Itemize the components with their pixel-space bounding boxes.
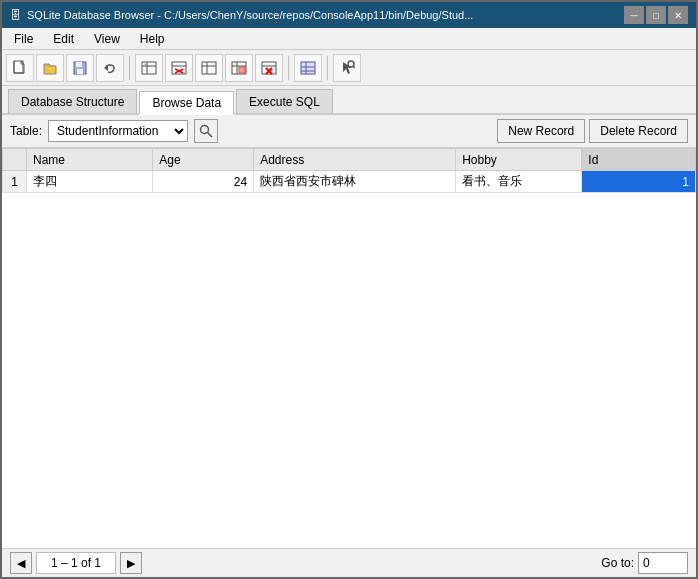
toolbar-separator-2 [288,56,289,80]
goto-label: Go to: [601,556,634,570]
prev-page-button[interactable]: ◀ [10,552,32,574]
status-bar: ◀ 1 – 1 of 1 ▶ Go to: [2,548,696,577]
tab-execute-sql[interactable]: Execute SQL [236,89,333,113]
goto-input[interactable] [638,552,688,574]
app-icon: 🗄 [10,9,21,21]
svg-point-33 [201,126,209,134]
col-header-address[interactable]: Address [254,149,456,171]
tabs-bar: Database Structure Browse Data Execute S… [2,86,696,115]
delete-record-button[interactable]: Delete Record [589,119,688,143]
toolbar-separator-3 [327,56,328,80]
col-header-rownum [3,149,27,171]
cell-name[interactable]: 李四 [27,171,153,193]
data-grid-container: Name Age Address Hobby Id 1 李四 24 陕西省西安市… [2,148,696,548]
create-table-button[interactable]: + [135,54,163,82]
svg-rect-21 [239,67,245,73]
table-icon2-button[interactable] [195,54,223,82]
toolbar-separator-1 [129,56,130,80]
tab-browse-data[interactable]: Browse Data [139,91,234,115]
new-record-button[interactable]: New Record [497,119,585,143]
new-file-button[interactable] [6,54,34,82]
col-header-name[interactable]: Name [27,149,153,171]
toolbar: + [2,50,696,86]
menu-file[interactable]: File [6,30,41,48]
col-header-id[interactable]: Id [582,149,696,171]
table-row[interactable]: 1 李四 24 陕西省西安市碑林 看书、音乐 1 [3,171,696,193]
open-file-button[interactable] [36,54,64,82]
pointer-button[interactable] [333,54,361,82]
title-bar-controls: ─ □ ✕ [624,6,688,24]
col-header-hobby[interactable]: Hobby [456,149,582,171]
title-bar-left: 🗄 SQLite Database Browser - C:/Users/Che… [10,9,473,21]
close-button[interactable]: ✕ [668,6,688,24]
cell-age[interactable]: 24 [153,171,254,193]
menu-view[interactable]: View [86,30,128,48]
main-content: Name Age Address Hobby Id 1 李四 24 陕西省西安市… [2,148,696,548]
next-page-button[interactable]: ▶ [120,552,142,574]
search-button[interactable] [194,119,218,143]
svg-rect-15 [202,62,216,74]
cell-address[interactable]: 陕西省西安市碑林 [254,171,456,193]
delete-table-button[interactable] [165,54,193,82]
minimize-button[interactable]: ─ [624,6,644,24]
table-select[interactable]: StudentInformation [48,120,188,142]
table-label: Table: [10,124,42,138]
svg-rect-26 [301,62,315,74]
table-view-button[interactable] [294,54,322,82]
app-window: 🗄 SQLite Database Browser - C:/Users/Che… [2,2,696,577]
menu-help[interactable]: Help [132,30,173,48]
undo-button[interactable] [96,54,124,82]
pagination-info: 1 – 1 of 1 [36,552,116,574]
delete-row-button[interactable] [255,54,283,82]
svg-rect-11 [172,62,186,74]
row-number: 1 [3,171,27,193]
cell-id[interactable]: 1 [582,171,696,193]
svg-line-34 [208,133,213,138]
table-bar: Table: StudentInformation New Record Del… [2,115,696,148]
cell-hobby[interactable]: 看书、音乐 [456,171,582,193]
table-header-row: Name Age Address Hobby Id [3,149,696,171]
col-header-age[interactable]: Age [153,149,254,171]
svg-rect-4 [76,62,82,67]
save-file-button[interactable] [66,54,94,82]
menu-bar: File Edit View Help [2,28,696,50]
svg-line-32 [353,66,355,68]
title-bar: 🗄 SQLite Database Browser - C:/Users/Che… [2,2,696,28]
table-icon3-button[interactable] [225,54,253,82]
menu-edit[interactable]: Edit [45,30,82,48]
action-buttons: New Record Delete Record [497,119,688,143]
window-title: SQLite Database Browser - C:/Users/ChenY… [27,9,473,21]
tab-database-structure[interactable]: Database Structure [8,89,137,113]
svg-rect-0 [14,61,23,73]
svg-rect-5 [77,69,83,74]
data-table: Name Age Address Hobby Id 1 李四 24 陕西省西安市… [2,148,696,193]
maximize-button[interactable]: □ [646,6,666,24]
